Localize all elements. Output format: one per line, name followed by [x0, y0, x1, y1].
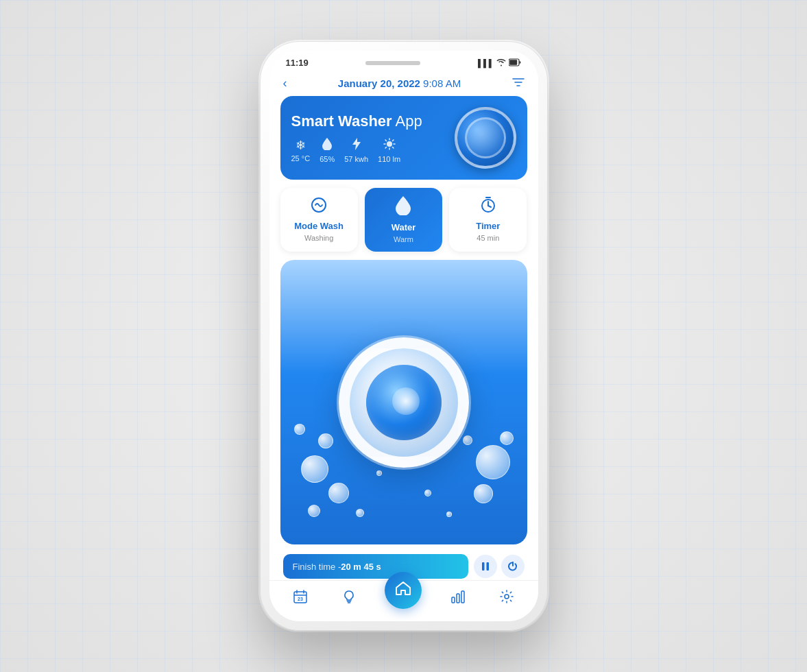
water-drop-icon [322, 138, 332, 154]
bubble [376, 470, 382, 476]
header-date: January 20, 2022 9:08 AM [338, 77, 461, 89]
status-bar: 11:19 ▌▌▌ [269, 51, 538, 72]
app-title: Smart Washer App [291, 112, 422, 130]
svg-rect-20 [486, 562, 489, 571]
sun-icon [383, 138, 396, 154]
svg-rect-30 [461, 591, 464, 603]
timer-label: Timer [476, 221, 500, 231]
svg-point-31 [505, 595, 509, 599]
home-icon [395, 581, 411, 600]
banner-stats: ❄ 25 °C 65% [291, 138, 422, 163]
lightning-icon [352, 138, 361, 154]
drum-glow [392, 387, 420, 415]
power-value: 57 kwh [344, 155, 368, 163]
svg-line-10 [385, 140, 386, 141]
wifi-icon [496, 58, 506, 68]
back-button[interactable]: ‹ [283, 76, 287, 91]
bottom-nav: 23 [269, 580, 538, 621]
washing-drum [339, 337, 469, 468]
svg-rect-29 [457, 594, 459, 603]
finish-value: 20 m 45 s [341, 562, 381, 572]
svg-rect-1 [510, 60, 518, 65]
bubble [446, 512, 452, 517]
finish-prefix: Finish time - [293, 562, 341, 572]
svg-line-13 [385, 147, 386, 147]
snowflake-icon: ❄ [296, 138, 306, 153]
stat-temperature: ❄ 25 °C [291, 138, 311, 163]
svg-line-17 [488, 206, 491, 207]
bubble [301, 455, 328, 483]
filter-icon[interactable] [512, 77, 525, 91]
settings-icon [499, 589, 514, 608]
nav-settings[interactable] [494, 586, 520, 610]
banner-drum [455, 107, 516, 169]
nav-stats[interactable] [445, 586, 471, 610]
power-button[interactable] [501, 555, 525, 578]
mode-row: Mode Wash Washing Water Warm Timer 45 mi… [280, 188, 527, 252]
mode-wash-label: Mode Wash [294, 221, 344, 231]
stat-light: 110 lm [378, 138, 400, 163]
svg-rect-28 [452, 597, 455, 603]
pause-button[interactable] [474, 555, 497, 578]
bubble [308, 505, 320, 517]
svg-text:23: 23 [298, 597, 303, 601]
light-value: 110 lm [378, 155, 400, 163]
bubble [476, 445, 510, 479]
chart-icon [450, 589, 466, 608]
battery-icon [509, 58, 521, 68]
svg-line-11 [392, 147, 393, 147]
svg-rect-19 [482, 562, 485, 571]
calendar-icon: 23 [293, 589, 308, 608]
bubble [318, 433, 333, 448]
water-sub: Warm [394, 235, 413, 243]
lightbulb-icon [341, 589, 357, 608]
temp-value: 25 °C [291, 154, 311, 163]
humidity-value: 65% [320, 155, 335, 163]
drum-window [366, 365, 442, 440]
stat-power: 57 kwh [344, 138, 368, 163]
bubble [294, 424, 305, 435]
bubble [474, 484, 493, 503]
status-notch [365, 61, 420, 65]
header-time: 9:08 AM [423, 77, 461, 89]
timer-icon [479, 196, 497, 218]
main-content: Smart Washer App ❄ 25 °C 65% [269, 96, 538, 580]
bubble [328, 483, 349, 503]
nav-calendar[interactable]: 23 [287, 586, 313, 610]
banner-left: Smart Washer App ❄ 25 °C 65% [291, 112, 422, 163]
water-icon [396, 196, 411, 219]
finish-controls [474, 555, 525, 578]
mode-wash-sub: Washing [304, 234, 333, 242]
status-time: 11:19 [286, 58, 309, 68]
water-button[interactable]: Water Warm [365, 188, 442, 252]
header-bar: ‹ January 20, 2022 9:08 AM [269, 72, 538, 96]
banner-card: Smart Washer App ❄ 25 °C 65% [280, 96, 527, 180]
stat-humidity: 65% [320, 138, 335, 163]
svg-point-5 [387, 141, 392, 147]
finish-progress: Finish time - 20 m 45 s [283, 554, 468, 579]
bubble [500, 431, 514, 445]
wash-area [280, 260, 527, 544]
svg-line-12 [392, 140, 393, 141]
water-label: Water [392, 222, 416, 232]
timer-button[interactable]: Timer 45 min [449, 188, 527, 252]
mode-wash-icon [310, 196, 328, 218]
bubble [424, 490, 431, 496]
nav-home-button[interactable] [385, 572, 422, 609]
drum-inner [465, 117, 506, 158]
bubble [463, 435, 472, 445]
timer-sub: 45 min [477, 234, 499, 242]
status-icons: ▌▌▌ [478, 58, 521, 68]
mode-wash-button[interactable]: Mode Wash Washing [280, 188, 358, 252]
signal-icon: ▌▌▌ [478, 59, 494, 67]
phone-shell: 11:19 ▌▌▌ ‹ January 20, 2022 9:08 AM [260, 41, 548, 631]
bubble [356, 509, 364, 517]
phone-screen: 11:19 ▌▌▌ ‹ January 20, 2022 9:08 AM [269, 51, 538, 621]
nav-tips[interactable] [336, 586, 362, 610]
